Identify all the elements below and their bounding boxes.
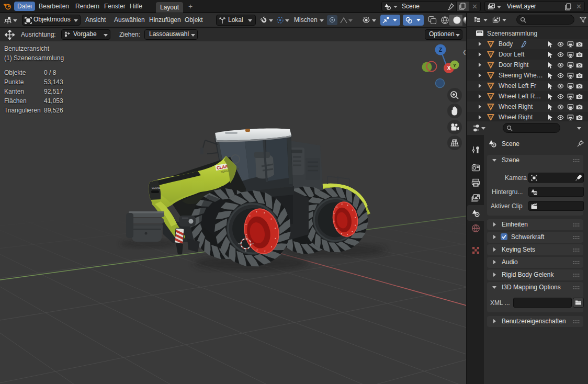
svg-text:X: X	[447, 65, 451, 71]
svg-text:Y: Y	[453, 63, 456, 68]
svg-text:❮: ❮	[462, 50, 466, 55]
svg-text:CLAAS: CLAAS	[152, 186, 161, 189]
svg-text:Z: Z	[439, 47, 442, 53]
